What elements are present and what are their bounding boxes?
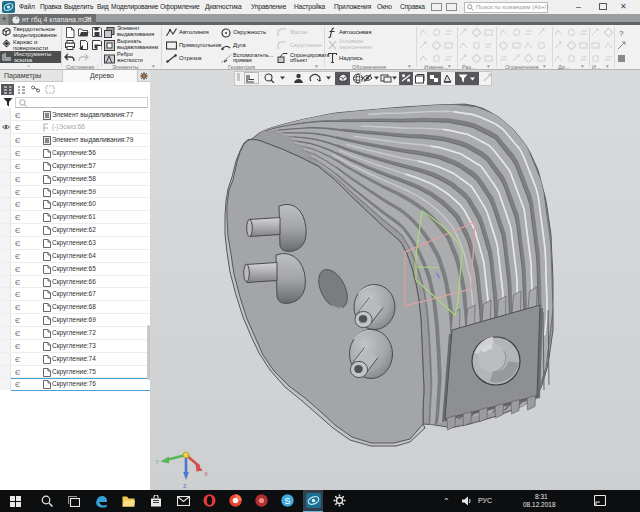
svg-text:S: S — [285, 496, 291, 506]
svg-text:X: X — [204, 471, 208, 477]
svg-text:Y: Y — [155, 459, 159, 465]
svg-text:?: ? — [619, 29, 624, 38]
svg-text:Z: Z — [183, 483, 187, 489]
